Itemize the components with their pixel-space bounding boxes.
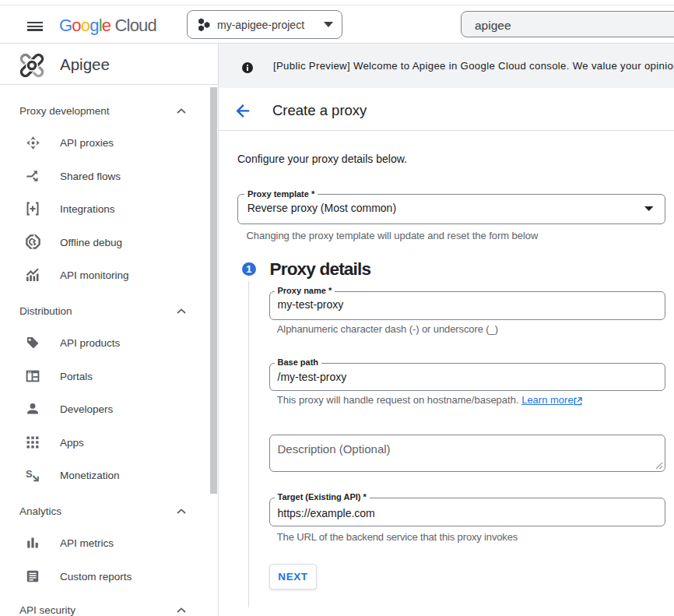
svg-text:S: S xyxy=(26,468,33,480)
